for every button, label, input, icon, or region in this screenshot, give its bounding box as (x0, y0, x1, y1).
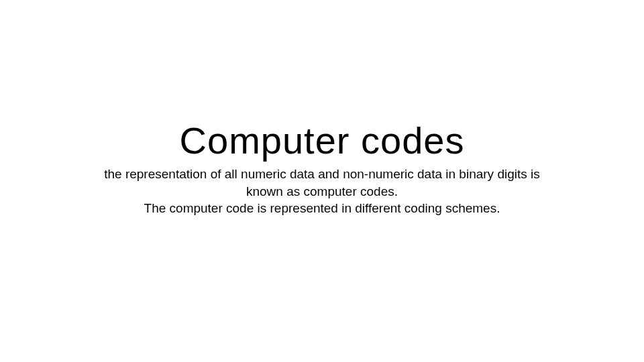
body-line-3: The computer code is represented in diff… (74, 200, 570, 217)
body-line-2: known as computer codes. (74, 183, 570, 200)
slide-body: the representation of all numeric data a… (74, 166, 570, 217)
slide-content: Computer codes the representation of all… (54, 118, 590, 217)
slide-title: Computer codes (54, 118, 590, 163)
body-line-1: the representation of all numeric data a… (74, 166, 570, 183)
